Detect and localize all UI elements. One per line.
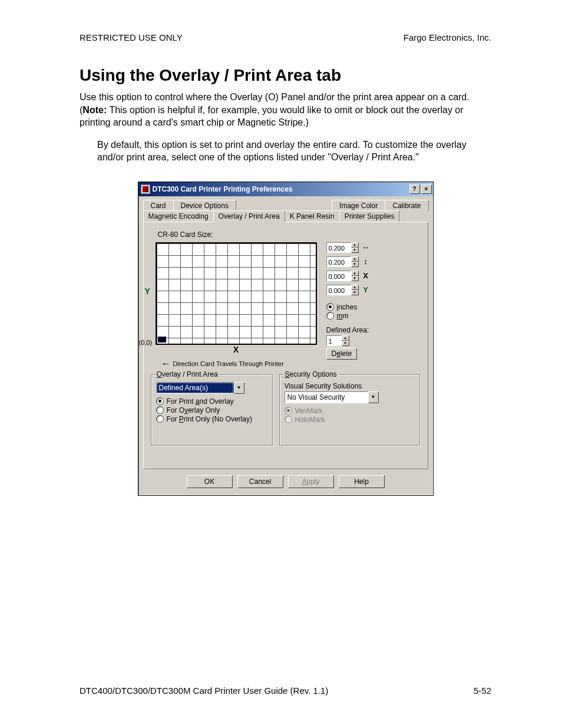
vss-combo-button[interactable]: ▼ <box>368 391 379 403</box>
cr80-label: CR-80 Card Size: <box>158 230 421 239</box>
app-icon <box>141 185 150 194</box>
holomark-label: HoloMark <box>295 416 325 424</box>
cancel-button[interactable]: Cancel <box>237 475 283 488</box>
defined-area-marker[interactable] <box>158 337 166 342</box>
mm-radio-row[interactable]: mm <box>326 312 371 320</box>
close-titlebar-button[interactable]: × <box>421 185 432 194</box>
for-overlay-only-row[interactable]: For Overlay Only <box>156 406 268 414</box>
vss-combo[interactable]: No Visual Security ▼ <box>285 391 379 403</box>
holomark-radio <box>285 416 292 423</box>
printing-preferences-dialog: DTC300 Card Printer Printing Preferences… <box>138 182 434 496</box>
tab-card[interactable]: Card <box>143 200 174 211</box>
mm-radio[interactable] <box>326 312 334 319</box>
tab-overlay-print-area[interactable]: Overlay / Print Area <box>213 210 285 222</box>
footer-right: 5-52 <box>474 686 491 696</box>
tab-magnetic-encoding[interactable]: Magnetic Encoding <box>143 210 214 222</box>
verimark-row: VeriMark <box>285 407 415 415</box>
for-print-only-label: For Print Only (No Overlay) <box>167 415 252 423</box>
height-spinner-up[interactable]: ▲ <box>351 256 359 262</box>
y-axis-label: Y <box>145 286 150 296</box>
defined-area-spinner-down[interactable]: ▼ <box>342 341 349 346</box>
defined-area-spinner-up[interactable]: ▲ <box>342 335 349 341</box>
for-print-only-radio[interactable] <box>156 415 164 423</box>
tab-image-color[interactable]: Image Color <box>332 200 385 211</box>
apply-button[interactable]: Apply <box>288 475 334 488</box>
help-titlebar-button[interactable]: ? <box>409 185 420 194</box>
width-icon: ↔ <box>361 243 371 252</box>
height-spinner-down[interactable]: ▼ <box>351 262 359 267</box>
x-icon: X <box>361 271 371 281</box>
height-spinner-input[interactable]: 0.200 <box>326 256 351 267</box>
overlay-area-combo[interactable]: Defined Area(s) ▼ <box>156 382 244 394</box>
verimark-label: VeriMark <box>295 407 323 415</box>
help-button[interactable]: Help <box>339 475 385 488</box>
intro-paragraph: Use this option to control where the Ove… <box>80 91 491 129</box>
overlay-area-combo-text: Defined Area(s) <box>156 382 234 394</box>
inches-radio-label: inches <box>337 303 358 311</box>
defined-area-spinner-input[interactable]: 1 <box>326 335 342 346</box>
card-grid[interactable]: (0,0) <box>156 242 317 345</box>
security-options-group: Security Options Visual Security Solutio… <box>279 374 421 446</box>
width-spinner-up[interactable]: ▲ <box>351 242 359 248</box>
x-spinner-input[interactable]: 0.000 <box>326 271 351 281</box>
overlay-print-area-group: Overlay / Print Area Defined Area(s) ▼ F… <box>151 374 273 446</box>
arrow-left-icon: ← <box>161 359 171 368</box>
for-print-only-row[interactable]: For Print Only (No Overlay) <box>156 415 268 423</box>
y-icon: Y <box>361 285 371 295</box>
y-spinner-up[interactable]: ▲ <box>351 285 359 290</box>
for-print-and-overlay-label: For Print and Overlay <box>167 397 234 406</box>
for-print-and-overlay-row[interactable]: For Print and Overlay <box>156 397 268 406</box>
tab-panel: CR-80 Card Size: Y (0,0) X ← Directio <box>143 222 428 469</box>
origin-label: (0,0) <box>139 339 153 346</box>
footer-left: DTC400/DTC300/DTC300M Card Printer User … <box>80 686 328 696</box>
inches-radio[interactable] <box>326 303 334 311</box>
direction-label: Direction Card Travels Through Printer <box>173 360 284 367</box>
header-right: Fargo Electronics, Inc. <box>404 32 491 42</box>
width-spinner-input[interactable]: 0.200 <box>326 242 351 253</box>
verimark-radio <box>285 407 292 414</box>
width-spinner-down[interactable]: ▼ <box>351 248 359 253</box>
holomark-row: HoloMark <box>285 416 415 424</box>
for-overlay-only-label: For Overlay Only <box>167 406 220 414</box>
delete-button[interactable]: Delete <box>326 348 358 360</box>
x-axis-label: X <box>156 345 317 354</box>
vss-combo-text: No Visual Security <box>285 391 368 403</box>
page-title: Using the Overlay / Print Area tab <box>80 66 491 85</box>
tab-device-options[interactable]: Device Options <box>173 200 236 211</box>
overlay-area-combo-button[interactable]: ▼ <box>234 382 244 394</box>
overlay-group-legend: Overlay / Print Area <box>155 370 220 378</box>
security-group-legend: Security Options <box>283 370 339 378</box>
height-icon: ↕ <box>361 257 371 266</box>
header-left: RESTRICTED USE ONLY <box>80 32 183 42</box>
x-spinner-down[interactable]: ▼ <box>351 276 359 281</box>
vss-label: Visual Security Solutions <box>285 382 415 390</box>
ok-button[interactable]: OK <box>187 475 233 488</box>
indent-paragraph: By default, this option is set to print … <box>97 139 491 164</box>
for-print-and-overlay-radio[interactable] <box>156 397 164 405</box>
tab-printer-supplies[interactable]: Printer Supplies <box>339 210 400 222</box>
tab-k-panel-resin[interactable]: K Panel Resin <box>285 210 340 222</box>
dialog-title: DTC300 Card Printer Printing Preferences <box>153 185 408 193</box>
defined-area-label: Defined Area: <box>326 326 371 334</box>
titlebar: DTC300 Card Printer Printing Preferences… <box>138 182 433 196</box>
tab-calibrate[interactable]: Calibrate <box>385 200 428 211</box>
inches-radio-row[interactable]: inches <box>326 303 371 311</box>
x-spinner-up[interactable]: ▲ <box>351 271 359 276</box>
y-spinner-down[interactable]: ▼ <box>351 290 359 295</box>
y-spinner-input[interactable]: 0.000 <box>326 285 351 295</box>
mm-radio-label: mm <box>337 312 349 320</box>
for-overlay-only-radio[interactable] <box>156 406 164 414</box>
